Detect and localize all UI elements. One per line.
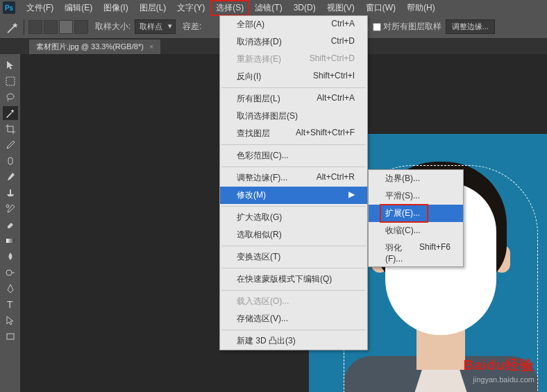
menu-color-range[interactable]: 色彩范围(C)...	[220, 147, 367, 164]
modify-submenu: 边界(B)... 平滑(S)... 扩展(E)... 收缩(C)... 羽化(F…	[368, 169, 464, 267]
healing-brush-tool-icon[interactable]	[3, 154, 18, 168]
menu-window[interactable]: 窗口(W)	[360, 0, 401, 16]
menu-refine-edge[interactable]: 调整边缘(F)...Alt+Ctrl+R	[220, 169, 367, 187]
tolerance-label: 容差:	[183, 21, 201, 33]
separator	[221, 268, 366, 269]
menu-save-selection[interactable]: 存储选区(V)...	[220, 310, 367, 327]
divider	[24, 19, 24, 35]
watermark-logo: Baidu经验	[463, 355, 535, 375]
watermark: Baidu经验 jingyan.baidu.com	[463, 355, 535, 385]
svg-point-3	[6, 205, 9, 207]
svg-text:T: T	[7, 299, 13, 310]
submenu-feather[interactable]: 羽化(F)...Shift+F6	[369, 239, 463, 266]
document-tab[interactable]: 素材图片.jpg @ 33.3%(RGB/8*) ×	[29, 40, 160, 54]
all-layers-check[interactable]: 对所有图层取样	[373, 21, 441, 33]
menu-filter[interactable]: 滤镜(T)	[249, 0, 287, 16]
svg-point-1	[7, 94, 14, 99]
selection-mode-group	[28, 20, 88, 34]
move-tool-icon[interactable]	[3, 58, 18, 72]
menu-type[interactable]: 文字(Y)	[171, 0, 210, 16]
menu-image[interactable]: 图像(I)	[98, 0, 133, 16]
separator	[221, 87, 366, 88]
menu-layer[interactable]: 图层(L)	[134, 0, 172, 16]
crop-tool-icon[interactable]	[3, 122, 18, 136]
gradient-tool-icon[interactable]	[3, 234, 18, 248]
menu-new-3d-extrusion[interactable]: 新建 3D 凸出(3)	[220, 332, 367, 350]
menu-inverse[interactable]: 反向(I)Shift+Ctrl+I	[220, 68, 367, 85]
lasso-tool-icon[interactable]	[3, 90, 18, 104]
tool-panel: T	[0, 54, 21, 392]
app-logo: Ps	[3, 1, 15, 14]
menu-similar[interactable]: 选取相似(R)	[220, 226, 367, 244]
separator	[221, 330, 366, 330]
separator	[221, 246, 366, 246]
close-icon[interactable]: ×	[149, 42, 153, 51]
svg-rect-4	[6, 239, 15, 243]
menu-select[interactable]: 选择(S)	[210, 0, 249, 16]
refine-edge-button[interactable]: 调整边缘...	[446, 19, 495, 34]
menu-all-layers[interactable]: 所有图层(L)Alt+Ctrl+A	[220, 90, 367, 108]
menu-transform-selection[interactable]: 变换选区(T)	[220, 248, 367, 266]
menu-bar: Ps 文件(F) 编辑(E) 图像(I) 图层(L) 文字(Y) 选择(S) 滤…	[0, 0, 547, 15]
svg-rect-7	[7, 334, 14, 339]
selection-new[interactable]	[28, 20, 42, 34]
menu-all[interactable]: 全部(A)Ctrl+A	[220, 16, 367, 33]
svg-rect-0	[6, 77, 15, 85]
menu-deselect[interactable]: 取消选择(D)Ctrl+D	[220, 33, 367, 51]
type-tool-icon[interactable]: T	[3, 298, 18, 312]
blur-tool-icon[interactable]	[3, 250, 18, 264]
marquee-tool-icon[interactable]	[3, 74, 18, 88]
menu-reselect: 重新选择(E)Shift+Ctrl+D	[220, 51, 367, 68]
menu-help[interactable]: 帮助(H)	[401, 0, 441, 16]
submenu-smooth[interactable]: 平滑(S)...	[369, 187, 463, 205]
pen-tool-icon[interactable]	[3, 282, 18, 296]
selection-subtract[interactable]	[59, 20, 73, 34]
menu-file[interactable]: 文件(F)	[21, 0, 59, 16]
selection-intersect[interactable]	[74, 20, 88, 34]
rectangle-tool-icon[interactable]	[3, 330, 18, 343]
sample-size-label: 取样大小:	[95, 21, 131, 33]
menu-load-selection: 载入选区(O)...	[220, 293, 367, 310]
menu-edit[interactable]: 编辑(E)	[59, 0, 98, 16]
submenu-contract[interactable]: 收缩(C)...	[369, 222, 463, 239]
document-tab-title: 素材图片.jpg @ 33.3%(RGB/8*)	[36, 42, 144, 52]
history-brush-tool-icon[interactable]	[3, 202, 18, 216]
submenu-expand[interactable]: 扩展(E)...	[369, 205, 463, 222]
all-layers-label: 对所有图层取样	[383, 21, 441, 33]
eyedropper-tool-icon[interactable]	[3, 138, 18, 152]
menu-view[interactable]: 视图(V)	[321, 0, 360, 16]
separator	[221, 206, 366, 207]
sample-size-dropdown[interactable]: 取样点	[135, 19, 176, 34]
path-selection-tool-icon[interactable]	[3, 314, 18, 327]
watermark-url: jingyan.baidu.com	[463, 375, 535, 385]
menu-find-layers[interactable]: 查找图层Alt+Shift+Ctrl+F	[220, 125, 367, 142]
menu-modify[interactable]: 修改(M)▶	[220, 187, 367, 204]
selection-add[interactable]	[44, 20, 58, 34]
svg-point-5	[6, 270, 12, 275]
menu-3d[interactable]: 3D(D)	[288, 1, 321, 15]
chevron-right-icon: ▶	[348, 189, 355, 201]
submenu-border[interactable]: 边界(B)...	[369, 170, 463, 187]
eraser-tool-icon[interactable]	[3, 218, 18, 232]
separator	[221, 290, 366, 291]
menu-deselect-layers[interactable]: 取消选择图层(S)	[220, 108, 367, 125]
brush-tool-icon[interactable]	[3, 170, 18, 184]
dodge-tool-icon[interactable]	[3, 266, 18, 280]
menu-grow[interactable]: 扩大选取(G)	[220, 209, 367, 226]
svg-rect-2	[8, 157, 12, 164]
separator	[221, 144, 366, 145]
menu-quick-mask[interactable]: 在快速蒙版模式下编辑(Q)	[220, 271, 367, 288]
select-dropdown-menu: 全部(A)Ctrl+A 取消选择(D)Ctrl+D 重新选择(E)Shift+C…	[219, 15, 368, 350]
clone-stamp-tool-icon[interactable]	[3, 186, 18, 200]
magic-wand-tool-icon[interactable]	[3, 106, 18, 120]
magic-wand-tool-icon[interactable]	[6, 20, 19, 34]
separator	[221, 167, 366, 167]
